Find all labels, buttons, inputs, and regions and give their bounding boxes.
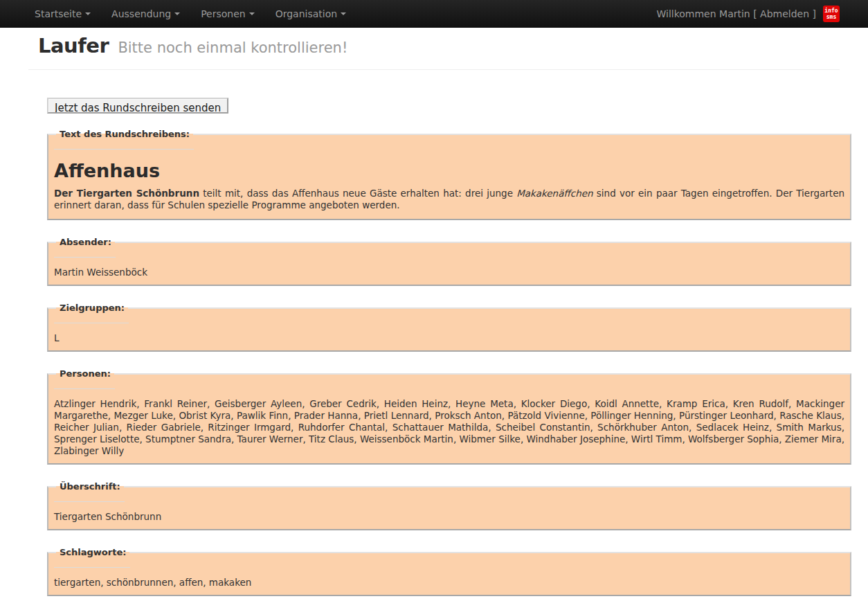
fieldset-keywords: Schlagworte: Schlagworte: tiergarten, sc… (47, 547, 851, 596)
message-body: Der Tiergarten Schönbrunn teilt mit, das… (54, 188, 844, 211)
logo-line2: sms (823, 14, 840, 20)
message-body-bold: Der Tiergarten Schönbrunn (54, 188, 199, 199)
legend-divider: Zielgruppen: (54, 313, 129, 323)
fieldset-message-text: Text des Rundschreibens: Text des Rundsc… (47, 129, 851, 220)
top-navbar: Startseite Aussendung Personen Organisat… (0, 0, 868, 28)
legend-divider: Text des Rundschreibens: (54, 139, 194, 150)
page-header: Laufer Bitte noch einmal kontrollieren! (0, 28, 868, 57)
legend-divider: Absender: (54, 247, 116, 258)
fieldset-legend: Personen: (56, 368, 114, 379)
fieldset-legend: Absender: (56, 237, 115, 247)
legend-divider: Personen: (54, 379, 115, 389)
fieldset-persons: Personen: Personen: Atzlinger Hendrik, F… (47, 368, 851, 465)
send-newsletter-button-top[interactable]: Jetzt das Rundschreiben senden (47, 98, 228, 114)
target-groups-value: L (54, 332, 844, 344)
chevron-down-icon (249, 12, 255, 15)
chevron-down-icon (174, 12, 180, 15)
nav-item-personen[interactable]: Personen (190, 0, 265, 27)
fieldset-legend: Zielgruppen: (56, 303, 128, 313)
message-body-text: teilt mit, dass das Affenhaus neue Gäste… (199, 188, 516, 199)
fieldset-legend: Überschrift: (56, 481, 124, 492)
subject-value: Tiergarten Schönbrunn (54, 511, 844, 523)
fieldset-legend: Schlagworte: (56, 547, 129, 557)
welcome-text: Willkommen Martin [ Abmelden ] (656, 8, 816, 19)
logout-link[interactable]: Abmelden (760, 8, 809, 19)
message-body-italic: Makakenäffchen (516, 188, 593, 199)
page-subtitle: Bitte noch einmal kontrollieren! (118, 39, 347, 56)
fieldset-subject: Überschrift: Überschrift: Tiergarten Sch… (47, 481, 851, 530)
nav-item-startseite[interactable]: Startseite (24, 0, 101, 27)
persons-value: Atzlinger Hendrik, Frankl Reiner, Geisbe… (54, 398, 844, 457)
message-heading: Affenhaus (54, 160, 844, 181)
chevron-down-icon (85, 12, 91, 15)
chevron-down-icon (341, 12, 346, 15)
nav-item-organisation[interactable]: Organisation (265, 0, 356, 27)
logo-line1: info (823, 8, 840, 14)
main-content: Jetzt das Rundschreiben senden Text des … (47, 98, 851, 601)
nav-item-aussendung[interactable]: Aussendung (101, 0, 190, 27)
fieldset-sender: Absender: Absender: Martin Weissenböck (47, 237, 851, 286)
sender-value: Martin Weissenböck (54, 267, 844, 278)
legend-divider: Schlagworte: (54, 557, 130, 568)
user-area: Willkommen Martin [ Abmelden ] info sms (656, 0, 840, 27)
fieldset-legend: Text des Rundschreibens: (56, 129, 193, 139)
welcome-prefix: Willkommen Martin [ (656, 8, 757, 19)
nav-item-label: Aussendung (111, 8, 171, 19)
header-divider (28, 69, 840, 70)
infosms-logo-icon[interactable]: info sms (823, 6, 840, 22)
fieldset-target-groups: Zielgruppen: Zielgruppen: L (47, 303, 851, 352)
main-menu: Startseite Aussendung Personen Organisat… (24, 0, 356, 27)
welcome-suffix: ] (813, 8, 816, 19)
nav-item-label: Organisation (275, 8, 337, 19)
legend-divider: Überschrift: (54, 492, 125, 502)
nav-item-label: Startseite (35, 8, 82, 19)
nav-item-label: Personen (201, 8, 246, 19)
keywords-value: tiergarten, schönbrunnen, affen, makaken (54, 577, 844, 589)
page-title: Laufer (38, 34, 109, 57)
